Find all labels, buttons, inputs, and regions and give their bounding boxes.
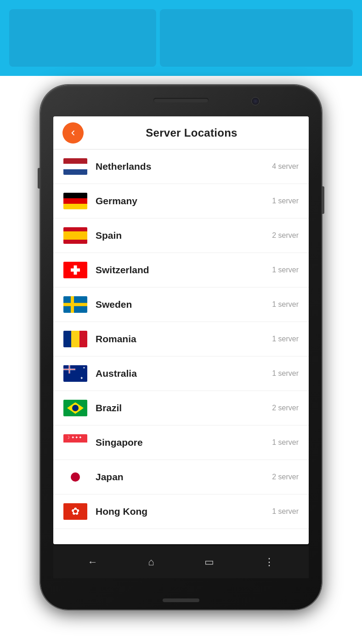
page-title: Server Locations: [84, 126, 300, 139]
server-name-es: Spain: [96, 230, 272, 241]
server-item-hk[interactable]: ✿ Hong Kong 1 server: [53, 494, 309, 529]
server-name-ro: Romania: [96, 334, 272, 345]
flag-nl: [63, 158, 87, 175]
flag-es: [63, 227, 87, 244]
server-count-hk: 1 server: [272, 507, 299, 516]
app-header: Server Locations: [53, 116, 309, 150]
phone-screen: Server Locations Netherlands 4 server Ge…: [53, 116, 309, 544]
phone-button-left: [38, 168, 40, 189]
phone-speaker: [153, 98, 209, 103]
server-item-es[interactable]: Spain 2 server: [53, 218, 309, 253]
server-item-ch[interactable]: Switzerland 1 server: [53, 253, 309, 288]
server-count-se: 1 server: [272, 300, 299, 309]
phone-button-right: [322, 186, 324, 214]
server-count-jp: 2 server: [272, 473, 299, 481]
flag-se: [63, 296, 87, 313]
server-item-ro[interactable]: Romania 1 server: [53, 322, 309, 356]
phone-wrapper: Server Locations Netherlands 4 server Ge…: [40, 85, 322, 632]
server-count-br: 2 server: [272, 404, 299, 412]
server-item-sg[interactable]: ☽ ✦✦✦ Singapore 1 server: [53, 426, 309, 460]
server-name-de: Germany: [96, 196, 272, 207]
nav-menu-icon[interactable]: ⋮: [264, 556, 274, 568]
nav-recent-icon[interactable]: ▭: [204, 556, 214, 568]
nav-back-icon[interactable]: ←: [88, 556, 98, 568]
flag-ch: [63, 262, 87, 278]
phone-bottom-bar: [163, 598, 199, 602]
server-list[interactable]: Netherlands 4 server Germany 1 server Sp…: [53, 150, 309, 544]
server-name-nl: Netherlands: [96, 161, 272, 172]
flag-sg: ☽ ✦✦✦: [63, 434, 87, 451]
flag-br: [63, 400, 87, 416]
back-icon: [68, 128, 78, 138]
flag-ro: [63, 331, 87, 347]
phone-shell: Server Locations Netherlands 4 server Ge…: [40, 85, 322, 610]
server-count-de: 1 server: [272, 197, 299, 205]
phone-camera: [251, 97, 260, 105]
server-name-br: Brazil: [96, 402, 272, 414]
server-count-au: 1 server: [272, 369, 299, 378]
back-button[interactable]: [62, 122, 84, 144]
server-name-ch: Switzerland: [96, 264, 272, 276]
server-name-au: Australia: [96, 368, 272, 379]
server-item-de[interactable]: Germany 1 server: [53, 184, 309, 218]
nav-bar: ← ⌂ ▭ ⋮: [53, 546, 309, 578]
flag-jp: [63, 469, 87, 485]
server-count-es: 2 server: [272, 231, 299, 240]
server-count-sg: 1 server: [272, 438, 299, 447]
server-count-ch: 1 server: [272, 266, 299, 274]
server-item-br[interactable]: Brazil 2 server: [53, 391, 309, 426]
server-name-sg: Singapore: [96, 437, 272, 448]
server-item-se[interactable]: Sweden 1 server: [53, 288, 309, 322]
server-item-nl[interactable]: Netherlands 4 server: [53, 150, 309, 184]
server-item-jp[interactable]: Japan 2 server: [53, 460, 309, 494]
server-name-hk: Hong Kong: [96, 506, 272, 517]
nav-home-icon[interactable]: ⌂: [148, 556, 154, 568]
banner-right: [160, 9, 353, 67]
flag-de: [63, 193, 87, 209]
flag-au: ✦ ✦: [63, 365, 87, 382]
server-count-ro: 1 server: [272, 335, 299, 343]
flag-hk: ✿: [63, 503, 87, 520]
server-item-au[interactable]: ✦ ✦ Australia 1 server: [53, 356, 309, 391]
server-count-nl: 4 server: [272, 162, 299, 171]
server-name-jp: Japan: [96, 472, 272, 483]
server-name-se: Sweden: [96, 299, 272, 310]
blue-banner: [0, 0, 362, 76]
banner-left: [9, 9, 156, 67]
